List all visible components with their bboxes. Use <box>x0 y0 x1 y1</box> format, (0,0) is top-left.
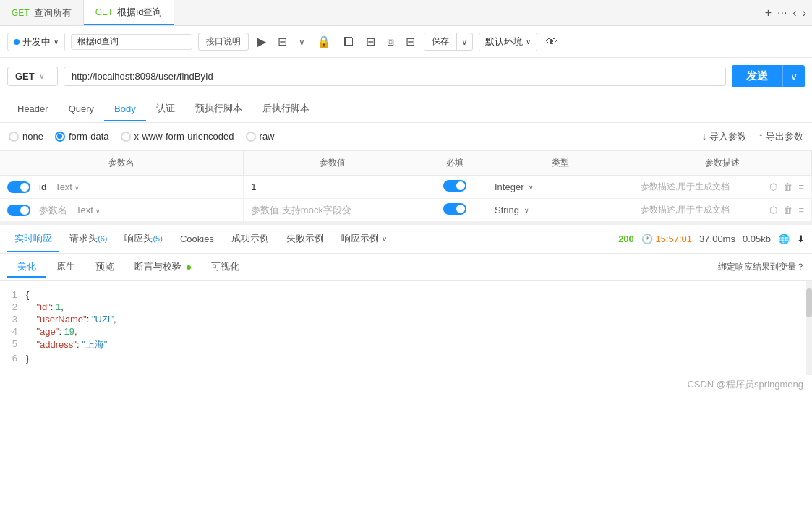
json-line-6: 6 } <box>0 352 812 364</box>
row2-value-type-selector[interactable]: Text ∨ <box>76 205 101 215</box>
globe-icon[interactable]: 🌐 <box>778 234 790 244</box>
row1-cube-icon[interactable]: ⬡ <box>769 181 777 192</box>
tab-auth[interactable]: 认证 <box>146 96 185 122</box>
row2-type-selector[interactable]: String ∨ <box>495 205 625 215</box>
tab-header[interactable]: Header <box>7 98 59 121</box>
download-icon[interactable]: ⬇ <box>797 234 805 244</box>
api-doc-button[interactable]: 接口说明 <box>198 33 249 51</box>
save-arrow-icon[interactable]: ∨ <box>457 35 472 49</box>
json-content-3: "userName": "UZI", <box>26 314 116 325</box>
resp-tab-response-headers[interactable]: 响应头(5) <box>117 226 169 252</box>
export-icon[interactable]: ⧈ <box>384 34 397 50</box>
radio-urlencoded[interactable]: x-www-form-urlencoded <box>121 131 234 142</box>
row2-type-chevron-icon: ∨ <box>95 207 101 215</box>
next-tab-icon[interactable]: › <box>803 7 806 20</box>
radio-raw[interactable]: raw <box>246 131 275 142</box>
row2-actions: ⬡ 🗑 ≡ <box>769 205 804 215</box>
tab-get-by-id[interactable]: GET 根据id查询 <box>84 0 175 25</box>
row2-delete-icon[interactable]: 🗑 <box>783 205 792 215</box>
prev-tab-icon[interactable]: ‹ <box>792 7 796 20</box>
copy-icon[interactable]: ⧠ <box>340 34 357 50</box>
row1-name-cell: id Text ∨ <box>0 176 244 199</box>
send-arrow-icon[interactable]: ∨ <box>783 67 805 87</box>
resp-tab-example[interactable]: 响应示例 ∨ <box>334 226 394 252</box>
view-tab-visual[interactable]: 可视化 <box>201 257 249 278</box>
chevron-down-icon[interactable]: ∨ <box>296 35 308 48</box>
share-icon[interactable]: ⊟ <box>363 33 378 50</box>
resp-tab-cookies[interactable]: Cookies <box>173 228 221 252</box>
response-section: 实时响应 请求头(6) 响应头(5) Cookies 成功示例 失败示例 响应示… <box>0 222 812 394</box>
view-tab-raw[interactable]: 原生 <box>46 257 85 278</box>
json-content-4: "age": 19, <box>26 326 77 337</box>
method-selector[interactable]: GET ∨ <box>7 67 58 86</box>
import-params-button[interactable]: ↓ 导入参数 <box>702 130 747 143</box>
row1-type-cell: Integer ∨ <box>487 176 633 199</box>
watermark-text: CSDN @程序员springmeng <box>687 379 803 390</box>
tab-method-tag-1: GET <box>12 8 30 18</box>
body-options: none form-data x-www-form-urlencoded raw… <box>0 123 812 150</box>
resp-tab-success[interactable]: 成功示例 <box>224 226 276 252</box>
url-input[interactable] <box>64 67 726 86</box>
resp-tab-example-chevron-icon[interactable]: ∨ <box>382 235 387 243</box>
row1-value: 1 <box>251 181 256 192</box>
resp-tab-request-headers[interactable]: 请求头(6) <box>62 226 114 252</box>
row2-menu-icon[interactable]: ≡ <box>798 205 804 215</box>
default-env-selector[interactable]: 默认环境 ∨ <box>479 33 537 51</box>
row1-param-name: id <box>39 181 46 192</box>
run-icon[interactable]: ▶ <box>255 33 269 50</box>
more-tabs-icon[interactable]: ··· <box>777 7 787 20</box>
radio-form-data-circle <box>55 132 65 142</box>
view-tab-preview[interactable]: 预览 <box>85 257 124 278</box>
add-tab-icon[interactable]: + <box>765 7 772 20</box>
line-num-3: 3 <box>0 314 26 325</box>
radio-raw-label: raw <box>260 131 275 142</box>
tab-pre-script[interactable]: 预执行脚本 <box>185 96 252 122</box>
json-line-3: 3 "userName": "UZI", <box>0 313 812 325</box>
scrollbar-thumb[interactable] <box>806 288 812 317</box>
export-params-button[interactable]: ↑ 导出参数 <box>758 130 803 143</box>
line-num-6: 6 <box>0 353 26 364</box>
api-name-input[interactable] <box>71 34 192 50</box>
row1-value-type-selector[interactable]: Text ∨ <box>55 181 80 192</box>
tab-post-script[interactable]: 后执行脚本 <box>252 96 320 122</box>
row1-value-cell[interactable]: 1 <box>244 176 422 199</box>
resp-tab-failure[interactable]: 失败示例 <box>279 226 331 252</box>
url-bar: GET ∨ 发送 ∨ <box>0 58 812 95</box>
assert-dot <box>187 265 191 270</box>
send-button[interactable]: 发送 ∨ <box>732 65 805 87</box>
row1-required-toggle[interactable] <box>443 180 466 192</box>
method-label: GET <box>15 71 35 82</box>
view-tab-assert[interactable]: 断言与校验 <box>124 257 201 278</box>
json-content-6: } <box>26 353 29 364</box>
row1-delete-icon[interactable]: 🗑 <box>783 181 792 192</box>
bind-var-button[interactable]: 绑定响应结果到变量？ <box>718 261 805 273</box>
resp-tab-realtime[interactable]: 实时响应 <box>7 226 59 252</box>
row1-type-selector[interactable]: Integer ∨ <box>495 181 625 192</box>
split-icon[interactable]: ⊟ <box>275 33 290 50</box>
radio-form-data[interactable]: form-data <box>55 131 109 142</box>
env-selector[interactable]: 开发中 ∨ <box>7 33 65 51</box>
import-icon[interactable]: ⊟ <box>403 33 418 50</box>
row2-toggle[interactable] <box>7 205 30 216</box>
row2-required-toggle[interactable] <box>443 203 466 215</box>
radio-none[interactable]: none <box>9 131 43 142</box>
row2-value-cell[interactable]: 参数值,支持mock字段变 <box>244 199 422 222</box>
tab-body[interactable]: Body <box>104 98 146 121</box>
resp-tab-req-header-label: 请求头 <box>69 233 98 244</box>
json-line-5: 5 "address": "上海" <box>0 338 812 352</box>
save-button-group[interactable]: 保存 ∨ <box>424 33 473 51</box>
scrollbar[interactable] <box>806 281 812 375</box>
view-tab-beautify[interactable]: 美化 <box>7 257 46 278</box>
row1-desc: 参数描述,用于生成文档 <box>641 181 730 193</box>
row1-menu-icon[interactable]: ≡ <box>798 181 804 192</box>
tab-query[interactable]: Query <box>59 98 104 121</box>
row1-toggle[interactable] <box>7 181 30 193</box>
tab-get-all[interactable]: GET 查询所有 <box>0 0 84 25</box>
tab-bar: GET 查询所有 GET 根据id查询 + ··· ‹ › <box>0 0 812 26</box>
lock-icon[interactable]: 🔒 <box>314 33 334 50</box>
line-num-4: 4 <box>0 326 26 337</box>
col-header-name: 参数名 <box>0 151 244 176</box>
eye-icon[interactable]: 👁 <box>543 34 560 50</box>
row2-cube-icon[interactable]: ⬡ <box>769 205 777 215</box>
row2-param-name: 参数名 <box>39 204 67 217</box>
